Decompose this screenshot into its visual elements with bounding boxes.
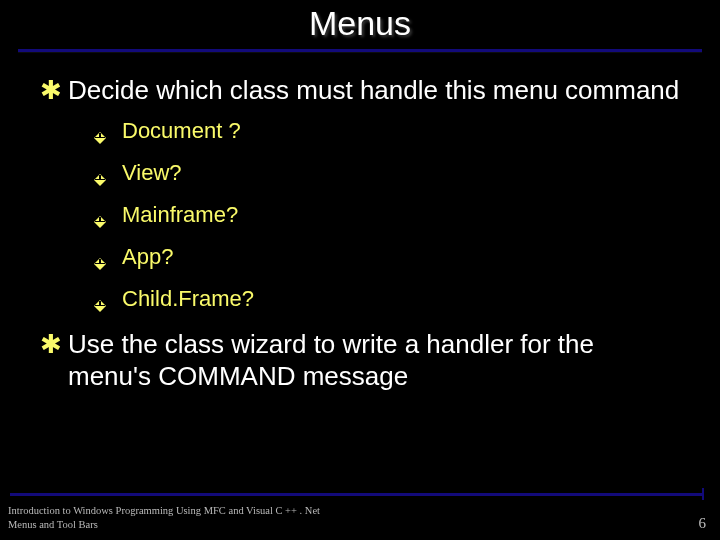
content-area: ✱ Decide which class must handle this me… bbox=[0, 52, 720, 392]
bullet-level2: Mainframe? bbox=[94, 202, 680, 228]
star-bullet-icon: ✱ bbox=[40, 328, 68, 360]
diamond-bullet-icon bbox=[94, 118, 122, 144]
sub-bullet-text: View? bbox=[122, 160, 182, 186]
bullet-level2: App? bbox=[94, 244, 680, 270]
diamond-bullet-icon bbox=[94, 286, 122, 312]
diamond-bullet-icon bbox=[94, 160, 122, 186]
diamond-bullet-icon bbox=[94, 202, 122, 228]
bullet-text: Use the class wizard to write a handler … bbox=[68, 328, 680, 392]
footer-line2: Menus and Tool Bars bbox=[8, 519, 98, 530]
sub-bullet-text: Document ? bbox=[122, 118, 241, 144]
footer-text: Introduction to Windows Programming Usin… bbox=[8, 504, 320, 532]
sub-bullet-text: Child.Frame? bbox=[122, 286, 254, 312]
slide: Menus ✱ Decide which class must handle t… bbox=[0, 0, 720, 540]
title-block: Menus bbox=[0, 0, 720, 43]
footer-rule bbox=[10, 493, 702, 496]
bullet-level2: Child.Frame? bbox=[94, 286, 680, 312]
bullet-text: Decide which class must handle this menu… bbox=[68, 74, 679, 106]
slide-title: Menus bbox=[0, 4, 720, 43]
footer: Introduction to Windows Programming Usin… bbox=[0, 492, 720, 540]
bullet-level1: ✱ Use the class wizard to write a handle… bbox=[40, 328, 680, 392]
bullet-level1: ✱ Decide which class must handle this me… bbox=[40, 74, 680, 106]
footer-line1: Introduction to Windows Programming Usin… bbox=[8, 505, 320, 516]
diamond-bullet-icon bbox=[94, 244, 122, 270]
sub-bullet-text: Mainframe? bbox=[122, 202, 238, 228]
bullet-level2: View? bbox=[94, 160, 680, 186]
page-number: 6 bbox=[699, 515, 707, 532]
sub-bullet-text: App? bbox=[122, 244, 173, 270]
star-bullet-icon: ✱ bbox=[40, 74, 68, 106]
sub-bullet-group: Document ? View? Mainframe? App? Child.F… bbox=[40, 118, 680, 312]
bullet-level2: Document ? bbox=[94, 118, 680, 144]
